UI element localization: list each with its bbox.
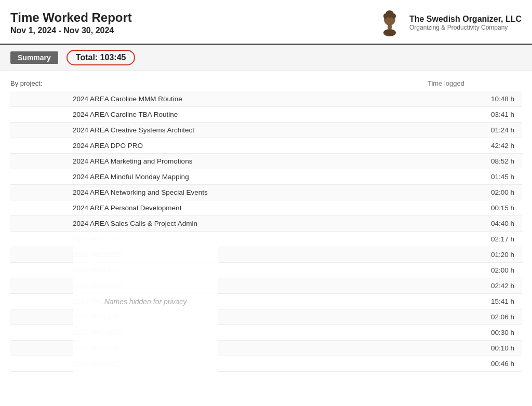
report-title: Time Worked Report bbox=[10, 10, 132, 25]
page-wrapper: Time Worked Report Nov 1, 2024 - Nov 30,… bbox=[0, 0, 532, 406]
time-logged-cell: 01:45 h bbox=[470, 169, 522, 185]
project-name-cell: 2024 AREA Creative Systems Architect bbox=[10, 123, 470, 138]
time-logged-cell: 00:10 h bbox=[470, 341, 522, 356]
time-logged-cell: 00:30 h bbox=[470, 325, 522, 341]
company-info: The Swedish Organizer, LLC Organizing & … bbox=[409, 15, 522, 31]
project-name-cell: 2024 AREA Personal Development bbox=[10, 200, 470, 216]
table-row: 2024 AREA Personal Development00:15 h bbox=[10, 200, 522, 216]
time-logged-cell: 03:41 h bbox=[470, 107, 522, 123]
time-logged-cell: 04:40 h bbox=[470, 216, 522, 232]
summary-label: Summary bbox=[10, 51, 58, 64]
table-row: 2024 PROJECT02:17 h bbox=[10, 232, 522, 247]
time-logged-cell: 01:20 h bbox=[470, 247, 522, 263]
table-row: 2024 AREA DPO PRO42:42 h bbox=[10, 138, 522, 154]
table-row: 2025 PROJECT00:10 h bbox=[10, 341, 522, 356]
project-name-cell: 2025 PROJECT bbox=[10, 341, 470, 356]
company-logo-icon bbox=[377, 8, 402, 37]
table-row: 2024 AREA Creative Systems Architect01:2… bbox=[10, 123, 522, 138]
summary-bar: Summary Total: 103:45 bbox=[0, 45, 532, 71]
project-name-cell: 2024 PROJECT bbox=[10, 325, 470, 341]
time-logged-cell: 08:52 h bbox=[470, 154, 522, 169]
svg-point-5 bbox=[383, 29, 396, 36]
time-logged-cell: 42:42 h bbox=[470, 138, 522, 154]
company-name: The Swedish Organizer, LLC bbox=[409, 15, 522, 24]
time-logged-cell: 00:46 h bbox=[470, 356, 522, 372]
table-row: 2024 PROJECT02:06 h bbox=[10, 309, 522, 325]
content-area: By project: Time logged 2024 AREA Caroli… bbox=[0, 71, 532, 377]
time-logged-cell: 02:42 h bbox=[470, 278, 522, 294]
header: Time Worked Report Nov 1, 2024 - Nov 30,… bbox=[0, 0, 532, 45]
time-logged-cell: 02:17 h bbox=[470, 232, 522, 247]
project-name-cell: 2024 PROJECT bbox=[10, 232, 470, 247]
project-name-cell: 2024 AREA DPO PRO bbox=[10, 138, 470, 154]
svg-point-3 bbox=[392, 13, 396, 19]
report-date-range: Nov 1, 2024 - Nov 30, 2024 bbox=[10, 26, 132, 35]
project-name-cell: 2024 AREA Mindful Monday Mapping bbox=[10, 169, 470, 185]
table-row: 2024 AREA Caroline MMM Routine10:48 h bbox=[10, 91, 522, 107]
project-name-cell: 2025 PROJECT bbox=[10, 356, 470, 372]
table-row: 2024 PROJECT01:20 h bbox=[10, 247, 522, 263]
time-logged-cell: 10:48 h bbox=[470, 91, 522, 107]
table-row: 2024 AREA Networking and Special Events0… bbox=[10, 185, 522, 200]
project-name-cell: 2024 AREA Caroline MMM Routine bbox=[10, 91, 470, 107]
time-logged-cell: 02:06 h bbox=[470, 309, 522, 325]
project-name-cell: 2024 PROJECT bbox=[10, 247, 470, 263]
svg-point-2 bbox=[383, 13, 388, 19]
table-container: 2024 AREA Caroline MMM Routine10:48 h202… bbox=[10, 91, 522, 372]
project-name-cell: 2024 PROJECT bbox=[10, 294, 470, 309]
header-left: Time Worked Report Nov 1, 2024 - Nov 30,… bbox=[10, 10, 132, 36]
table-row: 2024 AREA Mindful Monday Mapping01:45 h bbox=[10, 169, 522, 185]
table-row: 2024 PROJECT02:00 h bbox=[10, 263, 522, 278]
by-project-label: By project: bbox=[10, 79, 42, 87]
time-logged-col-header: Time logged bbox=[428, 79, 522, 87]
time-logged-cell: 02:00 h bbox=[470, 185, 522, 200]
time-logged-cell: 15:41 h bbox=[470, 294, 522, 309]
project-name-cell: 2024 AREA Marketing and Promotions bbox=[10, 154, 470, 169]
table-row: 2024 AREA Caroline TBA Routine03:41 h bbox=[10, 107, 522, 123]
project-name-cell: 2024 PROJECT bbox=[10, 278, 470, 294]
project-name-cell: 2024 AREA Networking and Special Events bbox=[10, 185, 470, 200]
table-row: 2024 PROJECT15:41 h bbox=[10, 294, 522, 309]
table-row: 2025 PROJECT00:46 h bbox=[10, 356, 522, 372]
project-name-cell: 2024 PROJECT bbox=[10, 263, 470, 278]
table-row: 2024 AREA Marketing and Promotions08:52 … bbox=[10, 154, 522, 169]
project-table: 2024 AREA Caroline MMM Routine10:48 h202… bbox=[10, 91, 522, 372]
by-project-header-row: By project: Time logged bbox=[10, 76, 522, 90]
table-row: 2024 PROJECT02:42 h bbox=[10, 278, 522, 294]
header-right: The Swedish Organizer, LLC Organizing & … bbox=[377, 8, 522, 37]
project-name-cell: 2024 AREA Sales Calls & Project Admin bbox=[10, 216, 470, 232]
project-name-cell: 2024 AREA Caroline TBA Routine bbox=[10, 107, 470, 123]
company-tagline: Organizing & Productivity Company bbox=[409, 24, 522, 31]
total-badge: Total: 103:45 bbox=[66, 50, 136, 65]
time-logged-cell: 01:24 h bbox=[470, 123, 522, 138]
time-logged-cell: 02:00 h bbox=[470, 263, 522, 278]
table-row: 2024 PROJECT00:30 h bbox=[10, 325, 522, 341]
table-row: 2024 AREA Sales Calls & Project Admin04:… bbox=[10, 216, 522, 232]
time-logged-cell: 00:15 h bbox=[470, 200, 522, 216]
project-name-cell: 2024 PROJECT bbox=[10, 309, 470, 325]
svg-rect-4 bbox=[388, 25, 392, 29]
